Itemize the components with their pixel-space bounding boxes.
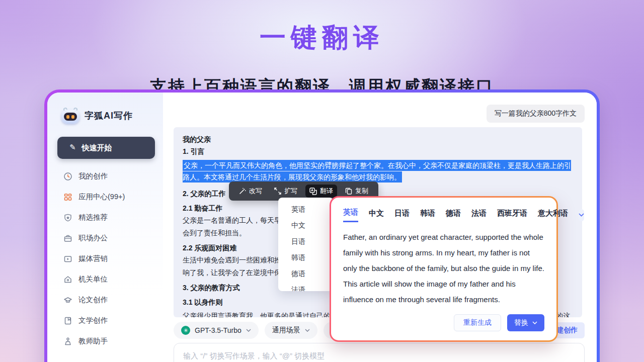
- graduation-cap-icon: [63, 296, 72, 305]
- doc-title: 我的父亲: [183, 133, 573, 145]
- suggestion-chip[interactable]: 写一篇我的父亲800字作文: [487, 105, 585, 123]
- sidebar-menu: 我的创作 应用中心(99+) 精选推荐 职场办公: [57, 166, 155, 351]
- tab-french[interactable]: 法语: [471, 209, 487, 222]
- tab-chinese[interactable]: 中文: [369, 209, 384, 222]
- grid-icon: [63, 193, 72, 202]
- tab-japanese[interactable]: 日语: [394, 209, 410, 222]
- rewrite-button[interactable]: 改写: [235, 185, 266, 198]
- sidebar-item-office[interactable]: 职场办公: [57, 228, 155, 248]
- language-dropdown: 英语 中文 日语 韩语 德语 法语 西班牙语: [278, 198, 334, 291]
- translate-button[interactable]: 翻译: [305, 185, 337, 198]
- building-icon: [63, 275, 72, 284]
- app-title: 字狐AI写作: [85, 110, 133, 122]
- expand-button[interactable]: 扩写: [270, 185, 301, 198]
- tab-korean[interactable]: 韩语: [420, 209, 435, 222]
- tab-spanish[interactable]: 西班牙语: [497, 209, 527, 222]
- hero-title: 一键翻译: [0, 20, 644, 55]
- scene-selector[interactable]: 通用场景: [265, 322, 317, 339]
- chevron-down-icon: [305, 329, 310, 332]
- tab-italian[interactable]: 意大利语: [538, 209, 568, 222]
- app-window: 字狐AI写作 ✎ 快速开始 我的创作 应用中心(99+): [44, 89, 600, 362]
- sidebar-item-literature[interactable]: 文学创作: [57, 310, 155, 331]
- expand-icon: [274, 188, 281, 195]
- language-option-english[interactable]: 英语: [278, 202, 334, 218]
- translation-result-text: Father, an ordinary yet great character,…: [343, 229, 544, 307]
- sidebar-item-government[interactable]: 机关单位: [57, 269, 155, 290]
- sidebar-item-featured[interactable]: 精选推荐: [57, 207, 155, 228]
- tab-german[interactable]: 德语: [446, 209, 461, 222]
- app-logo: 字狐AI写作: [57, 108, 155, 124]
- prompt-input[interactable]: [174, 343, 584, 362]
- language-option-german[interactable]: 德语: [278, 266, 334, 282]
- book-icon: [63, 316, 72, 325]
- language-tabs: 英语 中文 日语 韩语 德语 法语 西班牙语 意大利语: [343, 208, 544, 222]
- replace-button[interactable]: 替换: [507, 314, 544, 331]
- gpt-logo-icon: ✳: [181, 326, 190, 335]
- briefcase-icon: [63, 234, 72, 243]
- hero-banner: 一键翻译 支持上百种语言的翻译，调用权威翻译接口: [0, 0, 644, 101]
- language-option-japanese[interactable]: 日语: [278, 234, 334, 250]
- prompt-input-container: [174, 343, 585, 362]
- sidebar-item-quick-start[interactable]: ✎ 快速开始: [57, 137, 155, 159]
- sidebar-item-thesis[interactable]: 论文创作: [57, 290, 155, 310]
- pen-icon: ✎: [69, 143, 76, 152]
- selected-text[interactable]: 父亲，一个平凡而又伟大的角色，他用坚实的臂膀撑起了整个家。在我心中，父亲不仅是家…: [183, 160, 573, 183]
- translation-popup: 英语 中文 日语 韩语 德语 法语 西班牙语 意大利语 Fa: [330, 196, 558, 342]
- sidebar: 字狐AI写作 ✎ 快速开始 我的创作 应用中心(99+): [47, 93, 163, 362]
- regenerate-button[interactable]: 重新生成: [454, 314, 501, 331]
- sidebar-item-media[interactable]: 媒体营销: [57, 248, 155, 269]
- sidebar-item-my-creations[interactable]: 我的创作: [57, 166, 155, 187]
- star-badge-icon: [63, 213, 72, 222]
- more-languages-button[interactable]: [579, 209, 584, 221]
- sidebar-item-teacher[interactable]: 教师助手: [57, 331, 155, 351]
- chevron-down-icon: [246, 329, 251, 332]
- language-option-korean[interactable]: 韩语: [278, 250, 334, 266]
- chevron-down-icon: [579, 213, 584, 217]
- robot-logo-icon: [61, 108, 79, 124]
- main-content: 写一篇我的父亲800字作文 我的父亲 1. 引言 父亲，一个平凡而又伟大的角色，…: [163, 93, 597, 362]
- language-option-french[interactable]: 法语: [278, 282, 334, 291]
- tab-english[interactable]: 英语: [343, 208, 358, 222]
- teacher-podium-icon: [63, 337, 72, 346]
- page: 一键翻译 支持上百种语言的翻译，调用权威翻译接口 字狐AI写作 ✎ 快速开始: [0, 0, 644, 362]
- copy-icon: [345, 188, 352, 195]
- chevron-down-icon: [532, 321, 537, 324]
- translate-icon: [309, 188, 317, 195]
- sidebar-item-app-center[interactable]: 应用中心(99+): [57, 187, 155, 207]
- model-selector[interactable]: ✳ GPT-3.5-Turbo: [174, 322, 259, 339]
- doc-heading-1: 1. 引言: [183, 145, 573, 157]
- media-play-icon: [63, 254, 72, 263]
- magic-wand-icon: [239, 188, 246, 195]
- clock-icon: [63, 172, 72, 181]
- language-option-chinese[interactable]: 中文: [278, 218, 334, 234]
